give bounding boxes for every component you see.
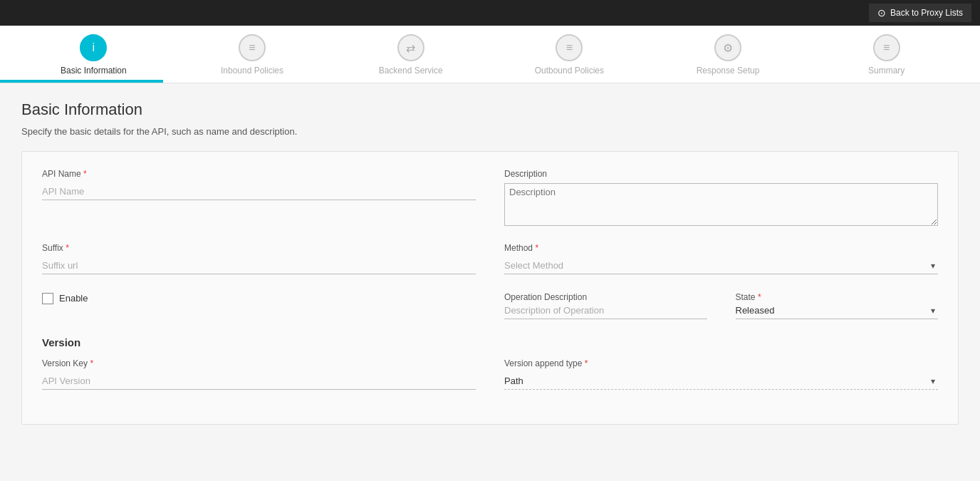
step-circle-basic-info: i [80,34,107,61]
version-key-required: * [90,358,93,368]
step-progress-bar [0,80,163,83]
version-append-type-select[interactable]: Path Header Query [504,373,938,390]
main-content: Basic Information Specify the basic deta… [0,83,980,479]
wizard-bar: i Basic Information ≡ Inbound Policies ⇄… [0,26,980,83]
operation-desc-input[interactable] [504,302,707,319]
suffix-label: Suffix * [42,243,476,253]
version-append-type-label: Version append type * [504,358,938,368]
step-label-backend: Backend Service [379,66,443,83]
suffix-group: Suffix * [42,243,476,274]
step-circle-outbound: ≡ [556,34,583,61]
step-summary[interactable]: ≡ Summary [807,34,966,83]
suffix-input[interactable] [42,257,476,274]
version-append-required: * [585,358,588,368]
step-circle-summary: ≡ [873,34,900,61]
suffix-required: * [66,243,69,253]
api-name-group: API Name * [42,169,476,226]
version-key-input[interactable] [42,373,476,390]
step-label-response: Response Setup [697,66,760,83]
description-label: Description [504,169,938,179]
form-card: API Name * Description Suffix * [21,151,959,425]
back-arrow-icon: ⊙ [877,7,886,19]
wizard-steps: i Basic Information ≡ Inbound Policies ⇄… [14,26,966,83]
form-row-3: Enable Operation Description State * [42,291,938,319]
description-group: Description [504,169,938,226]
enable-label: Enable [59,293,88,304]
back-label: Back to Proxy Lists [890,8,963,18]
step-icon-backend: ⇄ [406,41,415,55]
method-label: Method * [504,243,938,253]
step-circle-backend: ⇄ [397,34,424,61]
step-label-summary: Summary [868,66,905,83]
step-circle-response: ⚙ [714,34,741,61]
step-icon-basic-info: i [93,41,95,54]
state-label: State * [736,292,761,302]
operation-desc-group: Operation Description [504,291,707,319]
page-title: Basic Information [21,100,959,119]
state-group: State * Released Draft Deprecated [736,291,939,319]
enable-checkbox-row: Enable [42,293,476,304]
operation-desc-label: Operation Description [504,292,587,302]
op-state-group: Operation Description State * Released D… [504,291,938,319]
step-icon-response: ⚙ [723,41,733,55]
api-name-input[interactable] [42,183,476,200]
form-row-2: Suffix * Method * Select Method GET POST… [42,243,938,274]
step-icon-outbound: ≡ [566,41,573,54]
version-key-label: Version Key * [42,358,476,368]
method-select[interactable]: Select Method GET POST PUT DELETE PATCH [504,257,938,274]
form-row-1: API Name * Description [42,169,938,226]
state-select-wrapper: Released Draft Deprecated [736,302,939,319]
step-label-inbound: Inbound Policies [221,66,283,83]
step-icon-summary: ≡ [883,41,890,54]
step-backend-service[interactable]: ⇄ Backend Service [331,34,490,83]
version-append-type-group: Version append type * Path Header Query [504,358,938,390]
step-basic-info[interactable]: i Basic Information [14,34,173,83]
state-select[interactable]: Released Draft Deprecated [736,302,939,319]
enable-checkbox[interactable] [42,293,53,304]
step-inbound-policies[interactable]: ≡ Inbound Policies [173,34,332,83]
api-name-label: API Name * [42,169,476,179]
step-label-outbound: Outbound Policies [535,66,604,83]
version-section-title: Version [42,336,938,348]
step-circle-inbound: ≡ [239,34,266,61]
method-required: * [535,243,538,253]
top-bar: ⊙ Back to Proxy Lists [0,0,980,26]
method-select-wrapper: Select Method GET POST PUT DELETE PATCH [504,257,938,274]
method-group: Method * Select Method GET POST PUT DELE… [504,243,938,274]
step-outbound-policies[interactable]: ≡ Outbound Policies [490,34,649,83]
form-row-version: Version Key * Version append type * Path… [42,358,938,390]
api-name-required: * [83,169,87,179]
version-append-select-wrapper: Path Header Query [504,373,938,390]
op-state-row: Operation Description State * Released D… [504,291,938,319]
version-key-group: Version Key * [42,358,476,390]
state-required: * [758,292,761,302]
step-icon-inbound: ≡ [249,41,255,54]
back-to-proxy-button[interactable]: ⊙ Back to Proxy Lists [869,4,971,22]
step-response-setup[interactable]: ⚙ Response Setup [649,34,808,83]
enable-group: Enable [42,291,476,319]
description-textarea[interactable] [504,183,938,226]
page-description: Specify the basic details for the API, s… [21,126,959,137]
